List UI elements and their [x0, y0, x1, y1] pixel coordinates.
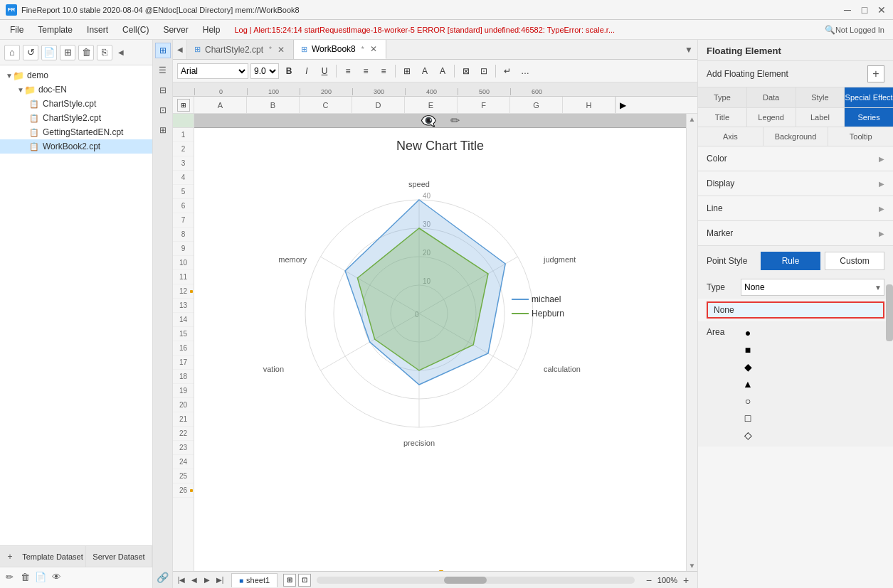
marker-diamond-open[interactable]: ◇	[741, 428, 755, 442]
icon1[interactable]: ⊟	[155, 82, 171, 98]
menu-file[interactable]: File	[3, 22, 31, 38]
h-scrollbar[interactable]	[317, 577, 635, 584]
tree-item-demo[interactable]: ▼ 📁 demo	[0, 68, 152, 82]
select-all-btn[interactable]: ⊞	[177, 99, 190, 112]
link-icon[interactable]: 🔗	[155, 570, 171, 585]
menu-help[interactable]: Help	[196, 22, 228, 38]
search-icon[interactable]: 🔍	[825, 25, 835, 35]
prop-color[interactable]: Color ▶	[698, 149, 893, 168]
col-expand-btn[interactable]: ▶	[615, 97, 630, 113]
font-select[interactable]: Arial	[177, 63, 248, 79]
ps-rule-btn[interactable]: Rule	[761, 252, 820, 270]
tree-item-chartstyle[interactable]: 📋 ChartStyle.cpt	[0, 97, 152, 111]
grid-btn[interactable]: ⊞	[60, 45, 75, 60]
marker-triangle-filled[interactable]: ▲	[741, 377, 755, 391]
prop-display[interactable]: Display ▶	[698, 174, 893, 193]
tab-workbook8[interactable]: ⊞ WorkBook8 * ✕	[294, 40, 386, 59]
subtab-title[interactable]: Title	[698, 108, 747, 127]
align-right-btn[interactable]: ≡	[376, 63, 391, 79]
dropdown-option-none[interactable]: None	[708, 303, 883, 317]
home-btn[interactable]: ⌂	[4, 45, 20, 60]
merge-btn[interactable]: ⊠	[458, 63, 474, 79]
split-btn[interactable]: ⊡	[476, 63, 492, 79]
zoom-out-btn[interactable]: −	[643, 574, 655, 586]
align-left-btn[interactable]: ≡	[340, 63, 356, 79]
list-view-icon[interactable]: ☰	[155, 63, 171, 78]
delete-btn[interactable]: 🗑	[78, 45, 94, 60]
ps-custom-btn[interactable]: Custom	[825, 252, 884, 270]
tab-data[interactable]: Data	[747, 87, 796, 107]
prop-marker[interactable]: Marker ▶	[698, 224, 893, 242]
size-select[interactable]: 9.0	[250, 63, 279, 79]
fill-color-btn[interactable]: A	[417, 63, 433, 79]
tab-nav-left[interactable]: ◀	[173, 40, 187, 59]
ds-edit-icon[interactable]: ✏	[3, 570, 16, 583]
sheet-prev-btn[interactable]: ◀	[189, 574, 200, 586]
menu-insert[interactable]: Insert	[80, 22, 115, 38]
chart-cell-area[interactable]: 👁‍🗨 ✏ New Chart Title	[194, 114, 686, 571]
marker-square-open[interactable]: □	[741, 411, 755, 425]
add-floating-btn[interactable]: +	[867, 65, 884, 82]
marker-diamond-filled[interactable]: ◆	[741, 360, 755, 374]
type-select[interactable]: None	[741, 279, 884, 296]
tab-close-1[interactable]: ✕	[369, 44, 379, 54]
bottomtab-background[interactable]: Background	[763, 127, 829, 146]
subtab-label[interactable]: Label	[796, 108, 845, 127]
server-dataset-tab[interactable]: Server Dataset	[86, 546, 152, 567]
icon3[interactable]: ⊞	[155, 122, 171, 138]
menu-server[interactable]: Server	[156, 22, 195, 38]
tab-menu-btn[interactable]: ▼	[680, 40, 697, 59]
sheet1-tab[interactable]: ■ sheet1	[231, 573, 278, 587]
minimize-btn[interactable]: ─	[842, 4, 853, 16]
maximize-btn[interactable]: □	[859, 4, 870, 16]
menu-template[interactable]: Template	[31, 22, 80, 38]
tab-special-effect[interactable]: Special Effect	[845, 87, 893, 107]
tab-type[interactable]: Type	[698, 87, 747, 107]
v-scrollbar[interactable]: ▲ ▼	[686, 114, 697, 571]
tab-close-0[interactable]: ✕	[276, 45, 286, 55]
tab-chartstyle2[interactable]: ⊞ ChartStyle2.cpt * ✕	[187, 40, 294, 59]
right-panel-scrollbar[interactable]	[886, 284, 893, 341]
tree-item-gettingstarted[interactable]: 📋 GettingStartedEN.cpt	[0, 125, 152, 139]
ds-preview-icon[interactable]: 👁	[50, 570, 63, 583]
dataset-add-btn[interactable]: +	[0, 546, 20, 567]
tree-item-doc-en[interactable]: ▼ 📁 doc-EN	[0, 82, 152, 97]
format-more-btn[interactable]: …	[517, 63, 533, 79]
prop-line[interactable]: Line ▶	[698, 199, 893, 218]
underline-btn[interactable]: U	[317, 63, 332, 79]
bold-btn[interactable]: B	[281, 63, 297, 79]
sheet-next-btn[interactable]: ▶	[201, 574, 213, 586]
icon2[interactable]: ⊡	[155, 102, 171, 118]
ds-copy-icon[interactable]: 📄	[34, 570, 47, 583]
scroll-up[interactable]: ▲	[689, 115, 696, 123]
subtab-series[interactable]: Series	[845, 108, 893, 127]
bottomtab-tooltip[interactable]: Tooltip	[828, 127, 893, 146]
sheet-first-btn[interactable]: |◀	[176, 574, 187, 586]
marker-square-filled[interactable]: ■	[741, 343, 755, 357]
grid-view-icon[interactable]: ⊞	[155, 43, 171, 58]
wrap-btn[interactable]: ↵	[500, 63, 515, 79]
italic-btn[interactable]: I	[299, 63, 315, 79]
left-nav-arrow[interactable]: ◀	[115, 48, 127, 56]
bottomtab-axis[interactable]: Axis	[698, 127, 763, 146]
h-scroll-thumb[interactable]	[444, 577, 487, 584]
zoom-in-btn[interactable]: +	[680, 574, 692, 586]
eye-slash-icon[interactable]: 👁‍🗨	[421, 114, 436, 129]
tree-item-workbook2[interactable]: 📋 WorkBook2.cpt	[0, 139, 152, 154]
marker-circle-filled[interactable]: ●	[741, 326, 755, 340]
refresh-btn[interactable]: ↺	[23, 45, 38, 60]
close-btn[interactable]: ✕	[876, 4, 887, 16]
pencil-icon[interactable]: ✏	[450, 114, 460, 127]
copy-btn[interactable]: ⎘	[97, 45, 112, 60]
tree-item-chartstyle2[interactable]: 📋 ChartStyle2.cpt	[0, 111, 152, 125]
menu-cell[interactable]: Cell(C)	[115, 22, 156, 38]
tab-style[interactable]: Style	[796, 87, 845, 107]
border-btn[interactable]: ⊞	[399, 63, 415, 79]
sheet-view-btn2[interactable]: ⊡	[298, 574, 311, 587]
sheet-last-btn[interactable]: ▶|	[214, 574, 226, 586]
align-center-btn[interactable]: ≡	[358, 63, 374, 79]
ds-delete-icon[interactable]: 🗑	[19, 570, 31, 583]
font-color-btn[interactable]: A	[435, 63, 450, 79]
scroll-down[interactable]: ▼	[689, 562, 696, 570]
template-dataset-tab[interactable]: Template Dataset	[20, 546, 86, 567]
